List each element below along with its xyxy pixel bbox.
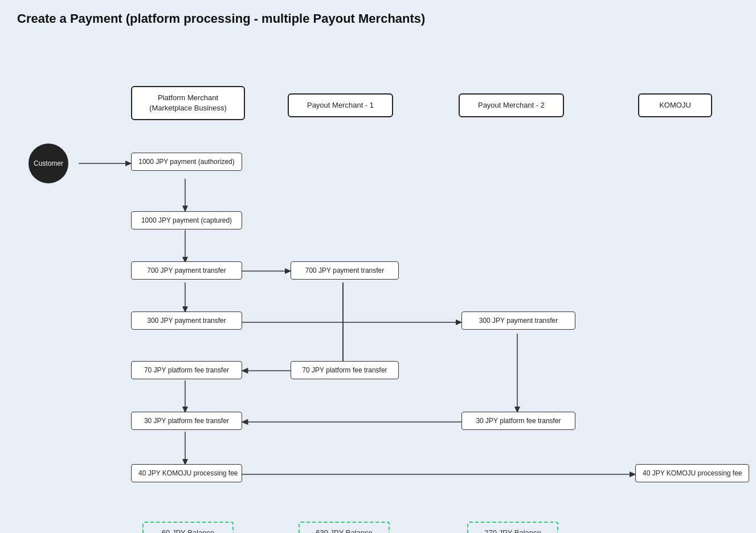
box-transfer300-platform: 300 JPY payment transfer	[131, 311, 242, 330]
box-fee70-payout1: 70 JPY platform fee transfer	[291, 361, 399, 379]
box-transfer700-payout1: 700 JPY payment transfer	[291, 261, 399, 280]
box-fee70-platform: 70 JPY platform fee transfer	[131, 361, 242, 379]
box-fee30-platform: 30 JPY platform fee transfer	[131, 412, 242, 430]
box-fee30-payout2: 30 JPY platform fee transfer	[461, 412, 575, 430]
balance-payout1: 630 JPY Balance	[299, 522, 390, 533]
balance-payout2: 270 JPY Balance	[467, 522, 558, 533]
box-auth: 1000 JPY payment (authorized)	[131, 153, 242, 171]
header-payout1: Payout Merchant - 1	[288, 93, 393, 117]
header-payout2: Payout Merchant - 2	[459, 93, 564, 117]
box-komoju-fee-komoju: 40 JPY KOMOJU processing fee	[635, 464, 749, 482]
diagram: Platform Merchant(Marketplace Business) …	[17, 43, 735, 533]
box-captured: 1000 JPY payment (captured)	[131, 211, 242, 229]
balance-platform: 60 JPY Balance	[142, 522, 234, 533]
header-komoju: KOMOJU	[638, 93, 712, 117]
customer-node: Customer	[28, 144, 68, 183]
page-title: Create a Payment (platform processing - …	[17, 11, 739, 26]
box-transfer700-platform: 700 JPY payment transfer	[131, 261, 242, 280]
header-platform: Platform Merchant(Marketplace Business)	[131, 86, 245, 120]
box-komoju-fee-platform: 40 JPY KOMOJU processing fee	[131, 464, 242, 482]
box-transfer300-payout2: 300 JPY payment transfer	[461, 311, 575, 330]
